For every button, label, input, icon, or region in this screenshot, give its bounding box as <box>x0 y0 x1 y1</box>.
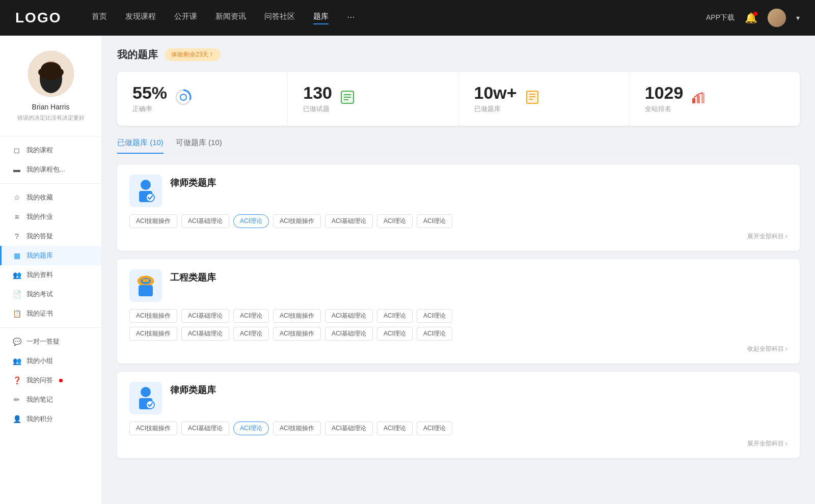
questions-red-dot <box>59 379 63 382</box>
stat-accuracy-icon <box>174 88 193 110</box>
points-icon: 👤 <box>12 415 21 423</box>
my-qa-icon: ? <box>12 232 21 240</box>
tag-2-5[interactable]: ACI基础理论 <box>325 309 373 323</box>
qbank-title-3: 律师类题库 <box>170 382 216 396</box>
tag-3-2[interactable]: ACI基础理论 <box>181 422 229 435</box>
tag-1-6[interactable]: ACI理论 <box>377 214 413 228</box>
stat-done-questions-label: 已做试题 <box>303 104 332 114</box>
tabs-bar: 已做题库 (10) 可做题库 (10) <box>117 138 800 154</box>
lawyer-icon-svg-2 <box>135 386 156 410</box>
nav-open-course[interactable]: 公开课 <box>174 12 197 24</box>
logo: LOGO <box>15 10 61 26</box>
stat-accuracy-number: 55% <box>132 84 167 101</box>
tag-1-1[interactable]: ACI技能操作 <box>129 214 177 228</box>
nav-qbank[interactable]: 题库 <box>313 12 329 24</box>
tag-2b-1[interactable]: ACI技能操作 <box>129 327 177 341</box>
tag-2-7[interactable]: ACI理论 <box>417 309 452 323</box>
sidebar-item-favorites[interactable]: ☆ 我的收藏 <box>0 188 101 207</box>
sidebar-item-qbank[interactable]: ▦ 我的题库 <box>0 246 101 265</box>
sidebar-label-certificate: 我的证书 <box>26 309 53 318</box>
main-layout: Brian Harris 错误的决定比没有决定要好 ◻ 我的课程 ▬ 我的课程包… <box>0 36 815 504</box>
sidebar-item-my-qa[interactable]: ? 我的答疑 <box>0 227 101 246</box>
sidebar-item-materials[interactable]: 👥 我的资料 <box>0 265 101 285</box>
tag-1-7[interactable]: ACI理论 <box>417 214 452 228</box>
notification-bell[interactable]: 🔔 <box>745 12 757 24</box>
tag-1-5[interactable]: ACI基础理论 <box>325 214 373 228</box>
tag-3-3[interactable]: ACI理论 <box>233 422 269 435</box>
sidebar-item-points[interactable]: 👤 我的积分 <box>0 409 101 429</box>
navbar-right: APP下载 🔔 ▾ <box>706 9 800 27</box>
sidebar: Brian Harris 错误的决定比没有决定要好 ◻ 我的课程 ▬ 我的课程包… <box>0 36 102 504</box>
tag-2-4[interactable]: ACI技能操作 <box>273 309 321 323</box>
sidebar-item-exam[interactable]: 📄 我的考试 <box>0 285 101 304</box>
nav-discover[interactable]: 发现课程 <box>125 12 156 24</box>
stat-accuracy-info: 55% 正确率 <box>132 84 167 114</box>
tag-2b-2[interactable]: ACI基础理论 <box>181 327 229 341</box>
sidebar-item-certificate[interactable]: 📋 我的证书 <box>0 304 101 323</box>
tag-1-2[interactable]: ACI基础理论 <box>181 214 229 228</box>
nav-home[interactable]: 首页 <box>92 12 107 24</box>
qbank-card-engineer: 工程类题库 ACI技能操作 ACI基础理论 ACI理论 ACI技能操作 ACI基… <box>117 259 800 363</box>
qbank-card-lawyer-2: 律师类题库 ACI技能操作 ACI基础理论 ACI理论 ACI技能操作 ACI基… <box>117 372 800 458</box>
course-package-icon: ▬ <box>12 165 21 174</box>
sidebar-item-questions[interactable]: ❓ 我的问答 <box>0 371 101 390</box>
tag-1-3[interactable]: ACI理论 <box>233 214 269 228</box>
tag-2b-6[interactable]: ACI理论 <box>377 327 413 341</box>
sidebar-item-group[interactable]: 👥 我的小组 <box>0 351 101 371</box>
svg-rect-19 <box>692 98 695 103</box>
tag-2b-4[interactable]: ACI技能操作 <box>273 327 321 341</box>
svg-rect-20 <box>697 95 700 103</box>
stat-done-questions-number: 130 <box>303 84 332 101</box>
qbank-title-1: 律师类题库 <box>170 175 216 189</box>
sidebar-label-exam: 我的考试 <box>26 290 53 299</box>
user-avatar-nav[interactable] <box>768 9 786 27</box>
tab-done[interactable]: 已做题库 (10) <box>117 138 164 154</box>
tag-2b-5[interactable]: ACI基础理论 <box>325 327 373 341</box>
user-dropdown-arrow[interactable]: ▾ <box>796 14 800 22</box>
stat-rank: 1029 全站排名 <box>630 72 800 126</box>
svg-rect-28 <box>143 279 149 282</box>
svg-point-29 <box>141 387 151 397</box>
sidebar-avatar <box>28 51 74 97</box>
app-download-link[interactable]: APP下载 <box>706 13 735 22</box>
1on1-icon: 💬 <box>12 338 21 346</box>
tag-2b-7[interactable]: ACI理论 <box>417 327 452 341</box>
tag-3-4[interactable]: ACI技能操作 <box>273 422 321 435</box>
avatar-image <box>28 51 74 97</box>
engineer-icon-wrap <box>129 269 162 302</box>
tab-available[interactable]: 可做题库 (10) <box>176 138 222 154</box>
sidebar-item-1on1[interactable]: 💬 一对一答疑 <box>0 332 101 351</box>
nav-qa[interactable]: 问答社区 <box>264 12 295 24</box>
sidebar-label-my-course: 我的课程 <box>26 146 53 155</box>
sidebar-item-course-package[interactable]: ▬ 我的课程包... <box>0 160 101 179</box>
nav-news[interactable]: 新闻资讯 <box>215 12 246 24</box>
stat-done-banks-info: 10w+ 已做题库 <box>474 84 517 114</box>
expand-link-3[interactable]: 展开全部科目 › <box>129 439 787 448</box>
sidebar-item-homework[interactable]: ≡ 我的作业 <box>0 207 101 227</box>
sidebar-label-favorites: 我的收藏 <box>26 193 53 202</box>
tag-2-2[interactable]: ACI基础理论 <box>181 309 229 323</box>
tag-3-7[interactable]: ACI理论 <box>417 422 452 435</box>
tag-2-6[interactable]: ACI理论 <box>377 309 413 323</box>
stat-accuracy: 55% 正确率 <box>117 72 288 126</box>
stat-rank-number: 1029 <box>645 84 684 101</box>
collapse-link-2[interactable]: 收起全部科目 › <box>129 345 787 353</box>
tag-1-4[interactable]: ACI技能操作 <box>273 214 321 228</box>
sidebar-item-notes[interactable]: ✏ 我的笔记 <box>0 390 101 409</box>
expand-link-1[interactable]: 展开全部科目 › <box>129 232 787 241</box>
sidebar-item-my-course[interactable]: ◻ 我的课程 <box>0 141 101 160</box>
exam-icon: 📄 <box>12 290 21 298</box>
tag-2-3[interactable]: ACI理论 <box>233 309 269 323</box>
stat-done-questions-info: 130 已做试题 <box>303 84 332 114</box>
sidebar-username: Brian Harris <box>32 103 70 111</box>
tags-row-2a: ACI技能操作 ACI基础理论 ACI理论 ACI技能操作 ACI基础理论 AC… <box>129 309 787 323</box>
favorites-icon: ☆ <box>12 193 21 202</box>
tag-2b-3[interactable]: ACI理论 <box>233 327 269 341</box>
nav-more[interactable]: ··· <box>347 12 355 24</box>
sidebar-divider-top <box>0 136 101 136</box>
tag-3-5[interactable]: ACI基础理论 <box>325 422 373 435</box>
tag-3-6[interactable]: ACI理论 <box>377 422 413 435</box>
tag-3-1[interactable]: ACI技能操作 <box>129 422 177 435</box>
navbar: LOGO 首页 发现课程 公开课 新闻资讯 问答社区 题库 ··· APP下载 … <box>0 0 815 36</box>
tag-2-1[interactable]: ACI技能操作 <box>129 309 177 323</box>
